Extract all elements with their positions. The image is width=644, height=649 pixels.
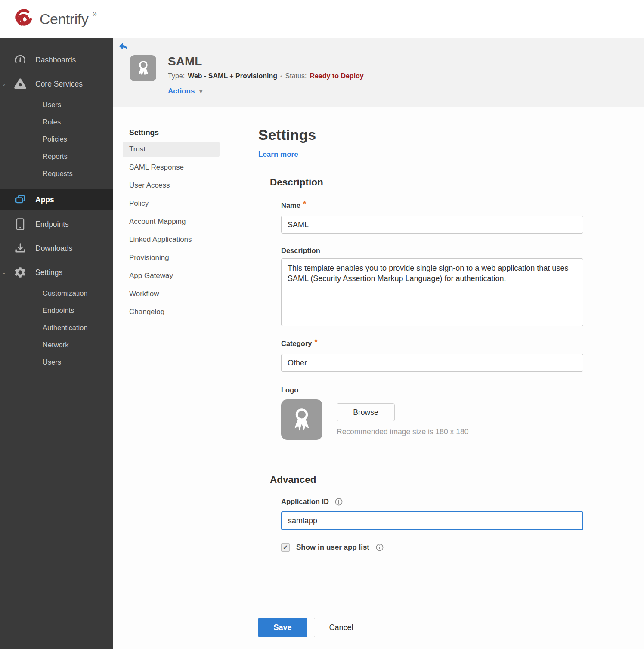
- logo-label-text: Logo: [281, 386, 298, 394]
- info-icon[interactable]: [335, 498, 343, 506]
- type-label: Type:: [168, 72, 185, 80]
- sidebar-item-authentication[interactable]: Authentication: [0, 319, 113, 336]
- page-title: Settings: [258, 127, 607, 143]
- chevron-down-icon[interactable]: ⌄: [2, 269, 9, 275]
- sidebar-item-settings-endpoints[interactable]: Endpoints: [0, 302, 113, 319]
- name-label: Name *: [281, 201, 607, 210]
- separator-bullet: •: [280, 73, 282, 80]
- info-icon[interactable]: [376, 544, 384, 551]
- nav-item-trust[interactable]: Trust: [123, 142, 220, 157]
- name-field[interactable]: [281, 216, 583, 234]
- show-in-user-app-list-checkbox[interactable]: ✓: [281, 543, 290, 552]
- apps-icon: [13, 194, 28, 206]
- app-meta: Type: Web - SAML + Provisioning • Status…: [168, 72, 364, 80]
- sidebar-item-label: Dashboards: [35, 56, 76, 65]
- ribbon-award-icon: [289, 406, 314, 433]
- sidebar-item-users[interactable]: Users: [0, 96, 113, 113]
- sidebar-item-downloads[interactable]: Downloads: [0, 236, 113, 260]
- application-id-label: Application ID: [281, 498, 607, 506]
- logo-size-hint: Recommended image size is 180 x 180: [337, 427, 468, 436]
- main-area: SAML Type: Web - SAML + Provisioning • S…: [113, 38, 644, 649]
- description-section-heading: Description: [270, 177, 607, 188]
- category-label: Category *: [281, 339, 607, 348]
- sidebar-sub-label: Customization: [43, 289, 88, 297]
- cancel-button[interactable]: Cancel: [314, 618, 368, 637]
- sidebar-sub-label: Authentication: [43, 324, 88, 332]
- registered-mark: ®: [93, 12, 96, 18]
- sidebar-item-label: Endpoints: [35, 220, 69, 229]
- sidebar-item-policies[interactable]: Policies: [0, 130, 113, 148]
- sidebar-sub-label: Endpoints: [43, 306, 74, 315]
- nav-item-app-gateway[interactable]: App Gateway: [123, 268, 220, 284]
- app-title: SAML: [168, 55, 364, 68]
- sidebar-sub-label: Requests: [43, 170, 73, 178]
- advanced-section-heading: Advanced: [270, 474, 607, 485]
- nav-item-changelog[interactable]: Changelog: [123, 304, 220, 320]
- brand-logo: Centrify ®: [12, 6, 96, 31]
- sidebar-item-label: Settings: [35, 268, 62, 277]
- sidebar-sub-label: Policies: [43, 135, 67, 143]
- sidebar-item-network[interactable]: Network: [0, 336, 113, 353]
- sidebar-item-core-services[interactable]: ⌄ Core Services: [0, 72, 113, 96]
- status-label: Status:: [285, 72, 307, 80]
- nav-item-policy[interactable]: Policy: [123, 196, 220, 211]
- sidebar: Dashboards ⌄ Core Services Users Roles P…: [0, 38, 113, 649]
- sidebar-item-apps[interactable]: Apps: [0, 189, 113, 210]
- caret-down-icon: ▼: [198, 88, 204, 95]
- gauge-icon: [13, 53, 28, 66]
- settings-panel: Settings Learn more Description Name * D…: [258, 107, 607, 649]
- sidebar-sub-label: Reports: [43, 152, 68, 161]
- logo-label: Logo: [281, 386, 607, 394]
- sidebar-item-endpoints[interactable]: Endpoints: [0, 212, 113, 236]
- category-label-text: Category: [281, 340, 312, 348]
- sidebar-sub-label: Users: [43, 358, 61, 366]
- application-id-label-text: Application ID: [281, 498, 329, 506]
- back-arrow-icon[interactable]: [118, 42, 129, 53]
- description-label: Description: [281, 247, 607, 255]
- application-id-field[interactable]: [281, 511, 583, 530]
- show-in-user-app-list-row: ✓ Show in user app list: [281, 543, 607, 552]
- nav-item-account-mapping[interactable]: Account Mapping: [123, 214, 220, 229]
- sidebar-item-settings[interactable]: ⌄ Settings: [0, 260, 113, 284]
- app-header: SAML Type: Web - SAML + Provisioning • S…: [113, 38, 644, 107]
- nav-item-saml-response[interactable]: SAML Response: [123, 160, 220, 175]
- sidebar-item-roles[interactable]: Roles: [0, 113, 113, 130]
- app-logo: [130, 55, 156, 81]
- sidebar-item-requests[interactable]: Requests: [0, 165, 113, 182]
- top-bar: Centrify ®: [0, 0, 644, 38]
- sidebar-sub-label: Network: [43, 341, 69, 349]
- sidebar-item-label: Downloads: [35, 244, 73, 253]
- sidebar-item-reports[interactable]: Reports: [0, 148, 113, 165]
- save-button[interactable]: Save: [258, 618, 307, 637]
- sidebar-sub-label: Users: [43, 101, 61, 109]
- sidebar-item-customization[interactable]: Customization: [0, 284, 113, 302]
- centrify-swirl-icon: [12, 6, 35, 31]
- settings-nav: Settings Trust SAML Response User Access…: [113, 107, 236, 604]
- nav-item-linked-applications[interactable]: Linked Applications: [123, 232, 220, 247]
- sidebar-item-label: Core Services: [35, 80, 83, 89]
- description-field[interactable]: This template enables you to provide sin…: [281, 258, 583, 326]
- sidebar-sub-label: Roles: [43, 118, 61, 126]
- sidebar-item-label: Apps: [35, 195, 54, 204]
- phone-icon: [13, 218, 28, 231]
- description-label-text: Description: [281, 247, 320, 255]
- type-value: Web - SAML + Provisioning: [188, 72, 277, 80]
- name-label-text: Name: [281, 201, 300, 210]
- learn-more-link[interactable]: Learn more: [258, 150, 298, 159]
- gear-icon: [13, 266, 28, 278]
- browse-button[interactable]: Browse: [337, 403, 395, 421]
- nav-item-provisioning[interactable]: Provisioning: [123, 250, 220, 266]
- chevron-down-icon[interactable]: ⌄: [2, 81, 9, 87]
- brand-name: Centrify: [40, 11, 88, 28]
- required-asterisk: *: [303, 200, 306, 209]
- nav-item-user-access[interactable]: User Access: [123, 178, 220, 193]
- nav-item-workflow[interactable]: Workflow: [123, 286, 220, 302]
- checkbox-label: Show in user app list: [296, 543, 369, 552]
- sidebar-item-dashboards[interactable]: Dashboards: [0, 48, 113, 72]
- sidebar-item-settings-users[interactable]: Users: [0, 353, 113, 371]
- required-asterisk: *: [315, 338, 318, 347]
- actions-dropdown[interactable]: Actions ▼: [168, 87, 364, 96]
- actions-label: Actions: [168, 87, 195, 96]
- category-field[interactable]: [281, 354, 583, 372]
- status-value: Ready to Deploy: [310, 72, 363, 80]
